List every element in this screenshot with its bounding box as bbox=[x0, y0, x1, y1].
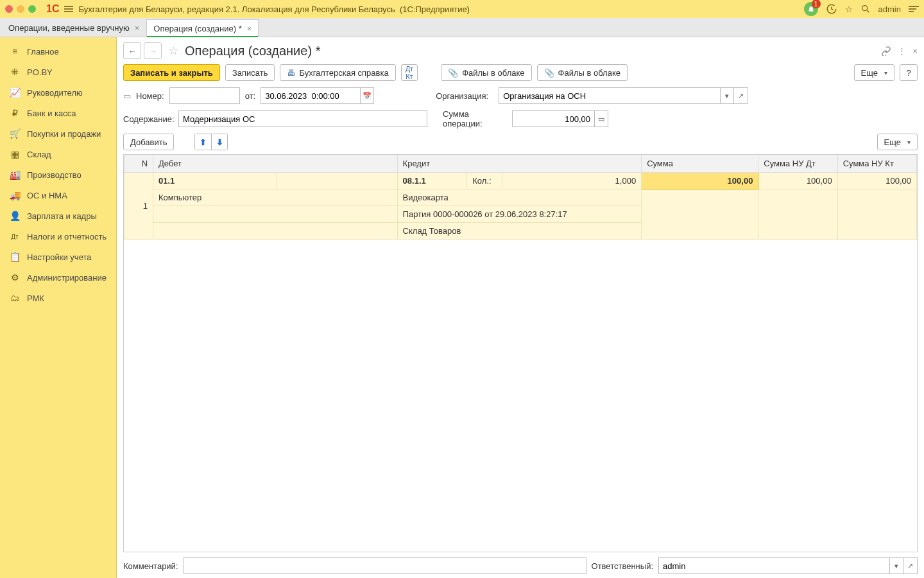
sidebar-item-assets[interactable]: 🚚ОС и НМА bbox=[0, 185, 116, 206]
sidebar-item-manager[interactable]: 📈Руководителю bbox=[0, 82, 116, 103]
form-row-number-date-org: ▭ Номер: от: 📅 Организация: ▾ ↗ bbox=[123, 87, 918, 104]
sidebar-item-warehouse[interactable]: ▦Склад bbox=[0, 144, 116, 164]
sidebar-item-sales[interactable]: 🛒Покупки и продажи bbox=[0, 123, 116, 144]
date-input[interactable] bbox=[261, 87, 360, 104]
tab-operation-create[interactable]: Операция (создание) * × bbox=[146, 19, 259, 37]
save-close-button[interactable]: Записать и закрыть bbox=[123, 64, 220, 81]
table-more-button[interactable]: Еще bbox=[877, 134, 918, 150]
dropdown-icon[interactable]: ▾ bbox=[889, 557, 903, 574]
cell-debit-analytic2[interactable] bbox=[153, 206, 398, 223]
cell-sum-nu-dt-empty[interactable] bbox=[758, 189, 837, 240]
sidebar-item-poby[interactable]: ⁜PO.BY bbox=[0, 62, 116, 82]
col-sum-nu-dt[interactable]: Сумма НУ Дт bbox=[758, 155, 837, 173]
close-icon[interactable]: × bbox=[135, 23, 140, 33]
dropdown-icon[interactable]: ▾ bbox=[720, 87, 734, 104]
link-icon[interactable] bbox=[881, 46, 891, 56]
kebab-menu-icon[interactable]: ⋮ bbox=[898, 46, 906, 56]
cell-debit-extra[interactable] bbox=[277, 173, 397, 189]
tab-label: Операции, введенные вручную bbox=[8, 23, 130, 33]
entries-grid[interactable]: N Дебет Кредит Сумма Сумма НУ Дт Сумма Н… bbox=[123, 154, 918, 552]
number-input[interactable] bbox=[169, 87, 240, 104]
cell-debit-analytic1[interactable]: Компьютер bbox=[153, 189, 398, 206]
content-input[interactable] bbox=[178, 110, 427, 127]
close-icon[interactable]: × bbox=[247, 24, 252, 33]
cell-n[interactable]: 1 bbox=[124, 173, 153, 240]
nav-forward-button[interactable]: → bbox=[144, 42, 162, 59]
sidebar-item-hr[interactable]: 👤Зарплата и кадры bbox=[0, 206, 116, 226]
search-icon[interactable] bbox=[860, 4, 871, 14]
responsible-input[interactable] bbox=[658, 557, 889, 574]
sidebar-item-rmk[interactable]: 🗂РМК bbox=[0, 288, 116, 308]
org-label: Организация: bbox=[436, 91, 493, 101]
open-icon[interactable]: ↗ bbox=[734, 87, 748, 104]
col-sum-nu-kt[interactable]: Сумма НУ Кт bbox=[837, 155, 916, 173]
cell-sum-empty[interactable] bbox=[642, 189, 758, 240]
sidebar-item-production[interactable]: 🏭Производство bbox=[0, 164, 116, 185]
help-button[interactable]: ? bbox=[900, 64, 918, 81]
col-credit[interactable]: Кредит bbox=[397, 155, 642, 173]
user-label[interactable]: admin bbox=[878, 4, 901, 14]
window-titlebar: 1C Бухгалтерия для Беларуси, редакция 2.… bbox=[0, 0, 924, 18]
favorite-star-icon[interactable]: ☆ bbox=[168, 44, 178, 58]
save-button[interactable]: Записать bbox=[225, 64, 275, 81]
sum-input[interactable] bbox=[512, 110, 594, 127]
move-down-button[interactable]: ⬇ bbox=[211, 134, 228, 150]
cell-debit-acct[interactable]: 01.1 bbox=[153, 173, 277, 189]
favorites-star-icon[interactable]: ☆ bbox=[845, 4, 853, 14]
open-icon[interactable]: ↗ bbox=[903, 557, 918, 574]
maximize-window-icon[interactable] bbox=[28, 5, 36, 13]
org-input[interactable] bbox=[499, 87, 720, 104]
cell-sum-nu-kt[interactable]: 100,00 bbox=[837, 173, 916, 189]
main-menu-icon[interactable] bbox=[64, 6, 73, 12]
cell-credit-analytic1[interactable]: Видеокарта bbox=[397, 189, 642, 206]
truck-icon: 🚚 bbox=[9, 190, 21, 200]
sidebar-item-label: Налоги и отчетность bbox=[27, 232, 107, 241]
cloud-files-button-1[interactable]: 📎Файлы в облаке bbox=[441, 64, 531, 81]
sidebar-item-main[interactable]: ≡Главное bbox=[0, 41, 116, 62]
close-window-icon[interactable] bbox=[5, 5, 13, 13]
close-page-icon[interactable]: × bbox=[912, 46, 918, 56]
cell-credit-analytic2[interactable]: Партия 0000-000026 от 29.06.2023 8:27:17 bbox=[397, 206, 642, 223]
sidebar-item-admin[interactable]: ⚙Администрирование bbox=[0, 267, 116, 288]
sidebar-item-bank[interactable]: ₽Банк и касса bbox=[0, 103, 116, 123]
minimize-window-icon[interactable] bbox=[17, 5, 24, 13]
calendar-icon[interactable]: 📅 bbox=[360, 87, 374, 104]
nav-back-button[interactable]: ← bbox=[123, 42, 141, 59]
sidebar-item-label: Склад bbox=[27, 150, 51, 159]
folder-icon: 🗂 bbox=[9, 293, 21, 303]
cell-debit-analytic3[interactable] bbox=[153, 223, 398, 240]
entry-row-sub1[interactable]: Компьютер Видеокарта bbox=[124, 189, 917, 206]
col-sum[interactable]: Сумма bbox=[642, 155, 758, 173]
col-n[interactable]: N bbox=[124, 155, 153, 173]
person-icon: 👤 bbox=[9, 211, 21, 221]
gear-icon: ⚙ bbox=[9, 272, 21, 283]
history-icon[interactable] bbox=[826, 3, 837, 15]
comment-input[interactable] bbox=[184, 557, 586, 574]
cell-qty[interactable]: 1,000 bbox=[502, 173, 641, 189]
button-label: Файлы в облаке bbox=[558, 68, 620, 78]
cell-credit-analytic3[interactable]: Склад Товаров bbox=[397, 223, 642, 240]
more-button[interactable]: Еще bbox=[854, 64, 894, 81]
currency-icon: ₽ bbox=[9, 108, 21, 118]
notifications-icon[interactable]: 1 bbox=[804, 2, 818, 16]
cell-sum-nu-kt-empty[interactable] bbox=[837, 189, 916, 240]
move-up-button[interactable]: ⬆ bbox=[194, 134, 211, 150]
dtkt-button[interactable]: ДтКт bbox=[401, 64, 418, 81]
from-label: от: bbox=[245, 91, 256, 101]
cloud-files-button-2[interactable]: 📎Файлы в облаке bbox=[537, 64, 628, 81]
cell-sum-nu-dt[interactable]: 100,00 bbox=[758, 173, 837, 189]
sidebar-item-settings[interactable]: 📋Настройки учета bbox=[0, 247, 116, 267]
tab-operations-list[interactable]: Операции, введенные вручную × bbox=[1, 19, 146, 37]
settings-menu-icon[interactable] bbox=[909, 6, 919, 12]
page-title: Операция (создание) * bbox=[185, 44, 320, 58]
col-debit[interactable]: Дебет bbox=[153, 155, 398, 173]
calculator-icon[interactable]: ▭ bbox=[594, 110, 608, 127]
add-row-button[interactable]: Добавить bbox=[123, 134, 174, 150]
paperclip-icon: 📎 bbox=[448, 68, 458, 78]
cell-credit-acct[interactable]: 08.1.1 bbox=[397, 173, 467, 189]
cell-qty-label[interactable]: Кол.: bbox=[467, 173, 502, 189]
entry-row[interactable]: 1 01.1 08.1.1 Кол.: 1,000 100,00 100,00 … bbox=[124, 173, 917, 189]
cell-sum[interactable]: 100,00 bbox=[642, 173, 758, 189]
sidebar-item-taxes[interactable]: ДтНалоги и отчетность bbox=[0, 226, 116, 247]
print-reference-button[interactable]: 🖶Бухгалтерская справка bbox=[280, 64, 395, 81]
